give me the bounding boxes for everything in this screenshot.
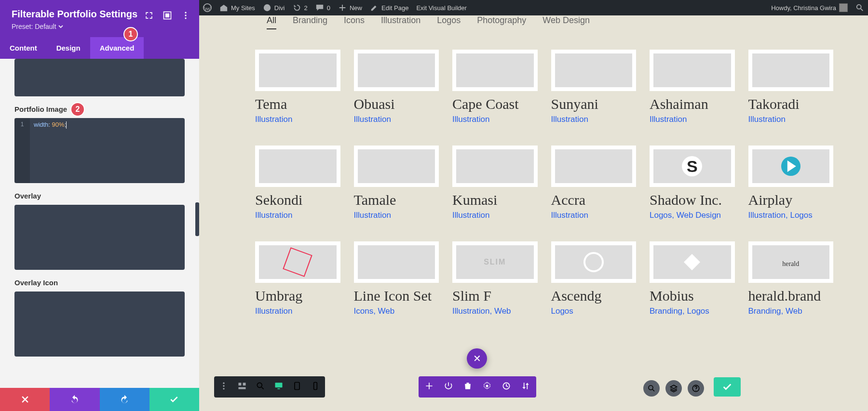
- portfolio-item[interactable]: TamaleIllustration: [354, 146, 439, 220]
- portfolio-item[interactable]: AscendgLogos: [551, 241, 637, 316]
- portfolio-item[interactable]: Slim FIllustration, Web: [452, 241, 538, 316]
- portfolio-item-cats[interactable]: Illustration, Web: [452, 306, 538, 316]
- filter-illustration[interactable]: Illustration: [381, 15, 420, 29]
- gear-icon[interactable]: [482, 381, 492, 393]
- portfolio-item[interactable]: TakoradiIllustration: [748, 50, 834, 124]
- thumb-art: [259, 245, 337, 279]
- power-icon[interactable]: [444, 381, 453, 393]
- kebab-icon[interactable]: [181, 11, 190, 22]
- portfolio-item-cats[interactable]: Illustration: [551, 115, 637, 124]
- portfolio-item[interactable]: Shadow Inc.Logos, Web Design: [650, 146, 735, 220]
- portfolio-item-cats[interactable]: Logos, Web Design: [650, 211, 735, 220]
- snap-icon[interactable]: [163, 11, 172, 22]
- preset-selector[interactable]: Preset: Default: [12, 23, 188, 30]
- site-name[interactable]: Divi: [259, 0, 289, 15]
- help-fab[interactable]: [688, 380, 704, 397]
- portfolio-item-cats[interactable]: Illustration: [748, 115, 834, 124]
- portfolio-item[interactable]: KumasiIllustration: [452, 146, 538, 220]
- portfolio-item-cats[interactable]: Illustration: [650, 115, 735, 124]
- search-toggle[interactable]: [852, 0, 868, 15]
- filter-web-design[interactable]: Web Design: [542, 15, 590, 29]
- cancel-button[interactable]: [0, 388, 50, 411]
- portfolio-item-cats[interactable]: Illustration: [255, 306, 340, 316]
- filter-icons[interactable]: Icons: [344, 15, 365, 29]
- tablet-icon[interactable]: [292, 381, 302, 393]
- plus-icon[interactable]: [424, 381, 434, 393]
- portfolio-item-cats[interactable]: Icons, Web: [354, 306, 439, 316]
- wireframe-icon[interactable]: [237, 381, 247, 393]
- portfolio-item[interactable]: AirplayIllustration, Logos: [748, 146, 834, 220]
- panel-scrollbar[interactable]: [195, 202, 199, 236]
- portfolio-item-cats[interactable]: Illustration: [452, 211, 538, 220]
- tab-content[interactable]: Content: [0, 37, 47, 59]
- tab-advanced[interactable]: Advanced: [90, 37, 144, 59]
- portfolio-item[interactable]: AshaimanIllustration: [650, 50, 735, 124]
- layers-fab[interactable]: [665, 380, 682, 397]
- history-icon[interactable]: [502, 381, 511, 393]
- portfolio-item-cats[interactable]: Logos: [551, 306, 637, 316]
- portfolio-thumb: [354, 241, 439, 283]
- kebab-icon[interactable]: [219, 381, 229, 393]
- zoom-icon[interactable]: [256, 381, 265, 393]
- thumb-art: [358, 245, 435, 279]
- portfolio-item-cats[interactable]: Branding, Logos: [650, 306, 735, 316]
- portfolio-item-cats[interactable]: Illustration: [255, 115, 340, 124]
- page-save-button[interactable]: [714, 377, 741, 397]
- portfolio-item-cats[interactable]: Illustration: [551, 211, 637, 220]
- svg-point-10: [223, 388, 224, 389]
- my-sites[interactable]: My Sites: [216, 0, 259, 15]
- howdy-label: Howdy, Christina Gwira: [771, 4, 836, 12]
- portfolio-item[interactable]: ObuasiIllustration: [354, 50, 439, 124]
- portfolio-item[interactable]: AccraIllustration: [551, 146, 637, 220]
- panel-footer: [0, 388, 199, 411]
- svg-point-8: [223, 383, 224, 384]
- revisions[interactable]: 2: [289, 0, 312, 15]
- portfolio-item[interactable]: UmbragIllustration: [255, 241, 340, 316]
- portfolio-item[interactable]: MobiusBranding, Logos: [650, 241, 735, 316]
- portfolio-item[interactable]: Cape CoastIllustration: [452, 50, 538, 124]
- phone-icon[interactable]: [311, 381, 320, 393]
- portfolio-item-cats[interactable]: Branding, Web: [748, 306, 834, 316]
- portfolio-item-cats[interactable]: Illustration: [354, 211, 439, 220]
- portfolio-item-title: Obuasi: [354, 96, 439, 112]
- save-button[interactable]: [149, 388, 199, 411]
- trash-icon[interactable]: [463, 381, 473, 393]
- overlay-icon-css[interactable]: [14, 292, 185, 357]
- portfolio-image-css[interactable]: 1 width: 90%;: [14, 118, 185, 183]
- portfolio-item-cats[interactable]: Illustration: [354, 115, 439, 124]
- new-content[interactable]: New: [334, 0, 366, 15]
- portfolio-item-cats[interactable]: Illustration, Logos: [748, 211, 834, 220]
- portfolio-item[interactable]: Line Icon SetIcons, Web: [354, 241, 439, 316]
- filter-photography[interactable]: Photography: [477, 15, 526, 29]
- filter-all[interactable]: All: [267, 15, 276, 29]
- helper-fabs: [643, 380, 704, 397]
- portfolio-thumb: [452, 50, 538, 91]
- close-fab[interactable]: ✕: [467, 348, 487, 369]
- expand-icon[interactable]: [144, 11, 154, 22]
- filter-logos[interactable]: Logos: [437, 15, 461, 29]
- css-prev-field[interactable]: [14, 59, 185, 96]
- portfolio-item-title: Mobius: [650, 288, 735, 304]
- my-account[interactable]: Howdy, Christina Gwira: [767, 0, 852, 15]
- portfolio-item[interactable]: SekondiIllustration: [255, 146, 340, 220]
- svg-rect-13: [239, 387, 246, 389]
- portfolio-item[interactable]: herald.brandBranding, Web: [748, 241, 834, 316]
- sort-icon[interactable]: [521, 381, 530, 393]
- comments[interactable]: 0: [312, 0, 334, 15]
- find-fab[interactable]: [643, 380, 660, 397]
- exit-visual-builder[interactable]: Exit Visual Builder: [412, 0, 471, 15]
- builder-toolbar: [419, 376, 536, 398]
- portfolio-item-cats[interactable]: Illustration: [255, 211, 340, 220]
- portfolio-thumb: [650, 146, 735, 187]
- redo-button[interactable]: [100, 388, 149, 411]
- desktop-icon[interactable]: [274, 381, 284, 393]
- edit-page[interactable]: Edit Page: [366, 0, 412, 15]
- portfolio-item-cats[interactable]: Illustration: [452, 115, 538, 124]
- overlay-css[interactable]: [14, 205, 185, 270]
- wp-logo[interactable]: [199, 0, 216, 15]
- undo-button[interactable]: [50, 388, 99, 411]
- portfolio-item[interactable]: SunyaniIllustration: [551, 50, 637, 124]
- portfolio-item[interactable]: TemaIllustration: [255, 50, 340, 124]
- tab-design[interactable]: Design: [47, 37, 90, 59]
- filter-branding[interactable]: Branding: [293, 15, 327, 29]
